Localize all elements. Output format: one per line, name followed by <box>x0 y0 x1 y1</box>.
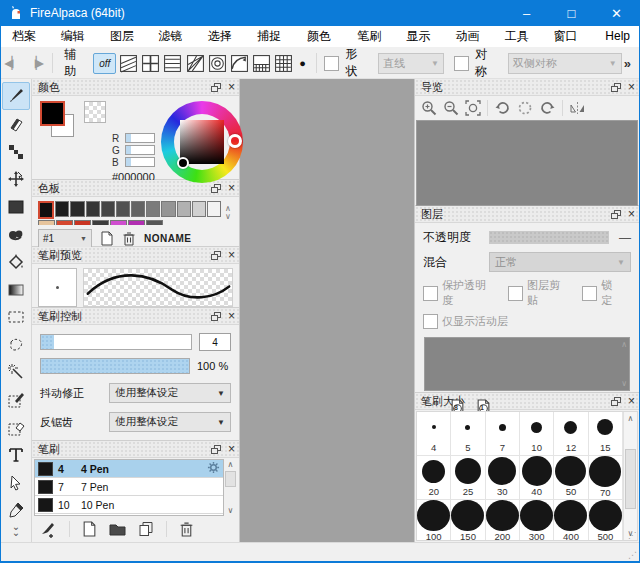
blend-mode-select[interactable]: 正常▼ <box>489 252 631 272</box>
palette-swatch[interactable] <box>92 220 109 225</box>
brush-size-cell[interactable]: 50 <box>554 456 588 500</box>
float-panel-icon[interactable] <box>611 83 621 92</box>
minimize-button[interactable]: – <box>504 0 549 26</box>
g-slider[interactable] <box>125 145 155 155</box>
foreground-color-swatch[interactable] <box>40 101 65 126</box>
close-panel-icon[interactable]: × <box>228 250 235 260</box>
scroll-up-icon[interactable]: ∧ <box>628 414 634 423</box>
close-button[interactable]: ✕ <box>594 0 639 26</box>
select-lasso-tool[interactable] <box>3 332 29 358</box>
brush-size-cell[interactable]: 4 <box>417 412 451 456</box>
float-panel-icon[interactable] <box>211 184 221 193</box>
move-tool[interactable] <box>3 167 29 193</box>
menu-item-9[interactable]: 显示(V) <box>397 26 446 47</box>
brush-folder-icon[interactable] <box>109 522 126 537</box>
brush-list-item[interactable]: 44 Pen <box>35 460 223 478</box>
stabilize-select[interactable]: 使用整体设定▼ <box>109 383 231 403</box>
gradient-tool[interactable] <box>3 277 29 303</box>
close-panel-icon[interactable]: × <box>228 82 235 92</box>
navigator-preview[interactable] <box>416 120 638 206</box>
brush-size-cell[interactable]: 20 <box>417 456 451 500</box>
palette-set-select[interactable]: #1▼ <box>38 229 92 248</box>
shape-select[interactable]: 直线▼ <box>378 53 444 74</box>
brush-size-scrollbar[interactable]: ∧ ∨ <box>623 412 637 540</box>
float-panel-icon[interactable] <box>611 397 621 406</box>
float-panel-icon[interactable] <box>211 83 221 92</box>
add-brush-icon[interactable] <box>40 521 57 538</box>
brush-size-cell[interactable]: 400 <box>554 500 588 540</box>
palette-swatch[interactable] <box>74 220 91 225</box>
eraser-tool[interactable] <box>3 112 29 138</box>
snap-vanishing-point-icon[interactable] <box>185 53 205 74</box>
palette-swatch[interactable] <box>146 201 160 217</box>
brush-tool[interactable] <box>2 82 30 110</box>
new-brush-icon[interactable] <box>82 521 97 537</box>
scroll-down-icon[interactable]: ∨ <box>228 506 234 515</box>
menu-item-7[interactable]: 颜色(C) <box>298 26 348 47</box>
lock-checkbox[interactable] <box>582 286 597 301</box>
palette-scrollbar[interactable]: ∧∨ <box>221 201 235 225</box>
select-eraser-tool[interactable] <box>3 415 29 441</box>
color-wheel[interactable] <box>161 101 243 183</box>
symmetry-select[interactable]: 双侧对称▼ <box>508 53 622 74</box>
palette-swatch[interactable] <box>101 201 115 217</box>
menu-item-6[interactable]: 捕捉(N) <box>248 26 298 47</box>
menu-item-2[interactable]: 编辑(E) <box>52 26 101 47</box>
brush-size-cell[interactable]: 10 <box>520 412 554 456</box>
brush-size-cell[interactable]: 30 <box>486 456 520 500</box>
palette-swatch[interactable] <box>161 201 175 217</box>
palette-swatch[interactable] <box>116 201 130 217</box>
operation-tool[interactable] <box>3 470 29 496</box>
palette-swatch[interactable] <box>86 201 100 217</box>
lock-alpha-checkbox[interactable] <box>423 286 438 301</box>
snap-curve-icon[interactable] <box>229 53 249 74</box>
menu-item-1[interactable]: 档案(F) <box>3 26 52 47</box>
scroll-up-icon[interactable]: ∧ <box>621 340 627 349</box>
prev-arrow-icon[interactable]: ◀▏ <box>1 56 22 70</box>
panel-resize-grip[interactable]: ⋰ <box>628 531 636 540</box>
menu-item-13[interactable]: Help <box>596 26 639 47</box>
brush-size-cell[interactable]: 500 <box>589 500 623 540</box>
scroll-thumb[interactable] <box>225 471 236 487</box>
antialias-select[interactable]: 使用整体设定▼ <box>109 412 231 432</box>
duplicate-brush-icon[interactable] <box>138 521 154 537</box>
palette-swatch[interactable] <box>38 220 55 225</box>
zoom-out-icon[interactable] <box>443 100 459 116</box>
layer-list[interactable]: ∧∨ <box>424 337 630 391</box>
brush-size-cell[interactable]: 40 <box>520 456 554 500</box>
palette-swatch[interactable] <box>55 201 69 217</box>
menu-item-3[interactable]: 图层(L) <box>101 26 149 47</box>
b-slider[interactable] <box>125 157 155 167</box>
palette-swatch[interactable] <box>192 201 206 217</box>
delete-brush-icon[interactable] <box>179 521 194 537</box>
menu-item-5[interactable]: 选择(S) <box>199 26 248 47</box>
maximize-button[interactable]: □ <box>549 0 594 26</box>
menu-item-11[interactable]: 工具(T) <box>496 26 545 47</box>
dot-tool[interactable] <box>3 139 29 165</box>
palette-swatch[interactable] <box>207 201 221 217</box>
clipping-checkbox[interactable] <box>508 286 523 301</box>
brush-opacity-slider[interactable] <box>40 358 190 374</box>
brush-size-cell[interactable]: 200 <box>486 500 520 540</box>
snap-concentric-icon[interactable] <box>207 53 227 74</box>
close-panel-icon[interactable]: × <box>228 183 235 193</box>
zoom-in-icon[interactable] <box>421 100 437 116</box>
brush-size-cell[interactable]: 12 <box>554 412 588 456</box>
snap-dot-icon[interactable]: ● <box>296 57 309 69</box>
scroll-down-icon[interactable]: ∨ <box>621 379 627 388</box>
snap-horizontal-icon[interactable] <box>163 53 183 74</box>
rotate-cw-icon[interactable] <box>539 100 556 116</box>
brush-size-value[interactable]: 4 <box>199 333 231 351</box>
brush-size-cell[interactable]: 150 <box>451 500 485 540</box>
close-panel-icon[interactable]: × <box>228 444 235 454</box>
close-panel-icon[interactable]: × <box>628 82 635 92</box>
menu-item-12[interactable]: 窗口(W) <box>544 26 596 47</box>
snap-cross-icon[interactable] <box>141 53 161 74</box>
scroll-thumb[interactable] <box>625 449 636 509</box>
screentone-tool[interactable] <box>3 194 29 220</box>
brush-size-cell[interactable]: 70 <box>589 456 623 500</box>
r-slider[interactable] <box>125 133 155 143</box>
eyedropper-tool[interactable] <box>3 497 29 523</box>
palette-swatch[interactable] <box>110 220 127 225</box>
layer-opacity-slider[interactable] <box>489 231 609 244</box>
